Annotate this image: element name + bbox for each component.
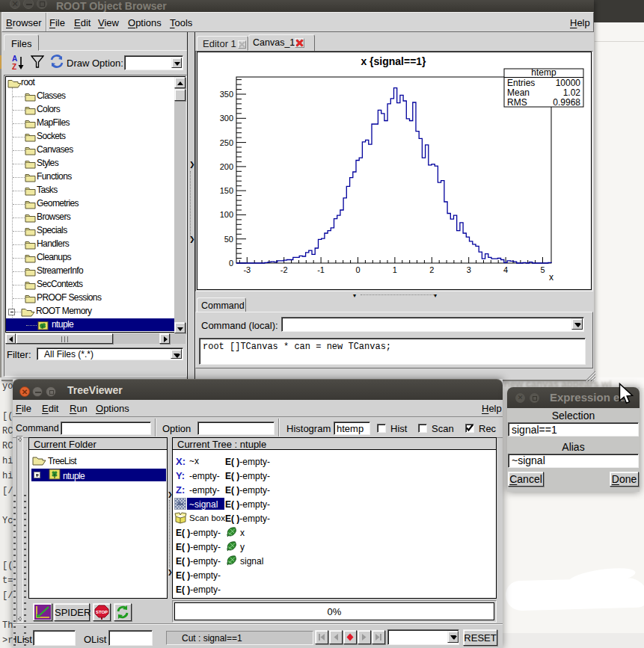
svg-text:Z: Z <box>12 63 16 71</box>
svg-text:RMS: RMS <box>507 97 527 108</box>
svg-text:4: 4 <box>503 265 508 274</box>
svg-text:1: 1 <box>393 265 397 274</box>
svg-text:3: 3 <box>467 265 471 274</box>
svg-text:0: 0 <box>229 259 233 268</box>
svg-text:0.9968: 0.9968 <box>553 97 580 108</box>
svg-text:Entries: Entries <box>507 78 535 88</box>
svg-text:250: 250 <box>220 138 233 147</box>
svg-text:0: 0 <box>355 265 360 274</box>
svg-text:Mean: Mean <box>507 87 530 98</box>
svg-text:x {signal==1}: x {signal==1} <box>361 55 426 67</box>
svg-text:150: 150 <box>220 186 233 195</box>
svg-text:350: 350 <box>220 90 233 99</box>
svg-text:x: x <box>549 272 553 283</box>
svg-text:-1: -1 <box>317 265 325 274</box>
svg-text:2: 2 <box>429 265 434 274</box>
svg-text:-3: -3 <box>243 265 251 274</box>
svg-text:300: 300 <box>220 114 233 123</box>
svg-text:A: A <box>12 55 17 63</box>
svg-text:100: 100 <box>220 210 233 219</box>
svg-text:1.02: 1.02 <box>563 87 581 98</box>
svg-text:STOP: STOP <box>96 610 108 614</box>
svg-text:htemp: htemp <box>531 67 556 78</box>
svg-text:-2: -2 <box>280 265 288 274</box>
svg-text:5: 5 <box>540 265 545 274</box>
svg-text:10000: 10000 <box>556 78 581 88</box>
svg-text:50: 50 <box>224 235 233 244</box>
svg-text:200: 200 <box>220 162 233 171</box>
